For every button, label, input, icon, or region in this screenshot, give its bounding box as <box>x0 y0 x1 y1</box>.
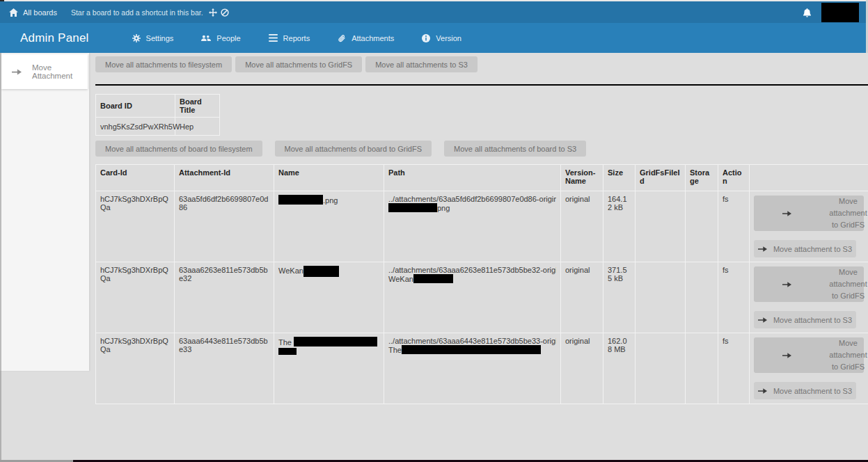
redacted-name <box>294 337 377 346</box>
arrow-right-icon <box>750 352 823 359</box>
board-move-buttons: Move all attachments of board to filesys… <box>95 141 868 157</box>
move-attachment-to-gridfs-button[interactable]: Move attachment to GridFS <box>754 337 864 373</box>
storage-cell <box>686 191 718 262</box>
version-name-cell: original <box>561 333 603 404</box>
col-size: Size <box>603 165 636 191</box>
move-all-to-s3-button[interactable]: Move all attachments to S3 <box>365 56 478 72</box>
board-title-header: Board Title <box>175 95 220 118</box>
redacted-name <box>278 195 323 205</box>
board-info-table: Board ID Board Title vnhg5KsZsdPwXRh5W H… <box>95 94 220 136</box>
menu-label-reports: Reports <box>283 34 310 42</box>
gear-icon <box>132 34 141 42</box>
gridfsfileid-cell <box>636 262 686 333</box>
all-boards-link[interactable]: All boards <box>9 8 57 17</box>
menu-item-attachments[interactable]: Attachments <box>338 34 394 42</box>
move-board-to-s3-button[interactable]: Move all attachments of board to S3 <box>444 141 586 157</box>
move-board-to-gridfs-button[interactable]: Move all attachments of board to GridFS <box>275 141 432 157</box>
col-path: Path <box>384 165 561 191</box>
page-title: Admin Panel <box>20 31 89 45</box>
size-cell: 371.55 kB <box>603 262 636 333</box>
col-action: Action <box>718 165 750 191</box>
menu-item-version[interactable]: Version <box>422 34 461 42</box>
col-attachment-id: Attachment-Id <box>175 165 274 191</box>
menu-item-people[interactable]: People <box>201 34 240 42</box>
ban-icon[interactable] <box>221 8 229 17</box>
arrow-right-icon <box>758 317 767 324</box>
admin-panel-header: Admin Panel Settings <box>0 23 866 53</box>
name-cell: WeKan <box>274 262 384 333</box>
home-icon <box>9 8 18 17</box>
all-boards-label: All boards <box>23 8 57 17</box>
move-attachment-to-s3-button[interactable]: Move attachment to S3 <box>754 382 856 399</box>
col-name: Name <box>274 165 384 191</box>
top-bar: All boards Star a board to add a shortcu… <box>0 1 866 23</box>
path-cell: ../attachments/63aa5fd6df2b6699807e0d86-… <box>384 191 561 262</box>
size-cell: 162.08 MB <box>603 333 636 404</box>
redacted-path <box>402 345 541 354</box>
menu-label-version: Version <box>436 34 461 42</box>
row-buttons-cell: Move attachment to GridFS Move attachmen… <box>750 333 868 404</box>
paperclip-icon <box>338 34 346 42</box>
menu-label-people: People <box>216 34 240 42</box>
card-id-cell: hCJ7kSg3hDXrBpQQa <box>96 191 175 262</box>
redacted-name <box>303 266 339 277</box>
attachments-header-row: Card-Id Attachment-Id Name Path Version-… <box>96 165 868 191</box>
notifications-bell-icon[interactable] <box>803 8 812 17</box>
admin-sidebar: Move Attachment <box>0 53 89 371</box>
admin-menu: Settings People Reports <box>132 34 461 42</box>
board-id-value: vnhg5KsZsdPwXRh5W <box>96 118 175 136</box>
action-cell: fs <box>718 262 750 333</box>
move-attachment-to-s3-button[interactable]: Move attachment to S3 <box>754 311 856 328</box>
redacted-path <box>413 274 453 283</box>
card-id-cell: hCJ7kSg3hDXrBpQQa <box>96 333 175 404</box>
arrow-right-icon <box>750 281 823 288</box>
menu-label-settings: Settings <box>146 34 174 42</box>
arrow-right-icon <box>12 68 22 76</box>
menu-item-settings[interactable]: Settings <box>132 34 174 42</box>
card-id-cell: hCJ7kSg3hDXrBpQQa <box>96 262 175 333</box>
attachment-id-cell: 63aaa6443e811e573db5be33 <box>175 333 274 404</box>
path-cell: ../attachments/63aaa6443e811e573db5be33-… <box>384 333 561 404</box>
version-name-cell: original <box>561 262 603 333</box>
move-all-to-gridfs-button[interactable]: Move all attachments to GridFS <box>235 56 362 72</box>
board-id-header: Board ID <box>96 95 175 118</box>
sidebar-item-move-attachment[interactable]: Move Attachment <box>1 54 88 89</box>
move-all-to-filesystem-button[interactable]: Move all attachments to filesystem <box>95 56 232 72</box>
name-cell: The <box>274 333 384 404</box>
col-card-id: Card-Id <box>96 165 175 191</box>
size-cell: 164.12 kB <box>603 191 636 262</box>
global-move-buttons: Move all attachments to filesystem Move … <box>95 56 868 72</box>
action-cell: fs <box>718 333 750 404</box>
menu-item-reports[interactable]: Reports <box>269 34 310 42</box>
menu-label-attachments: Attachments <box>352 34 394 42</box>
storage-cell <box>686 333 718 404</box>
redacted-path <box>388 203 437 212</box>
arrow-right-icon <box>750 210 823 217</box>
col-storage: Storage <box>686 165 718 191</box>
people-icon <box>201 34 211 42</box>
attachment-id-cell: 63aaa6263e811e573db5be32 <box>175 262 274 333</box>
redacted-name <box>278 348 297 355</box>
sidebar-item-label: Move Attachment <box>32 63 88 80</box>
move-attachment-to-s3-button[interactable]: Move attachment to S3 <box>754 240 856 257</box>
board-row: vnhg5KsZsdPwXRh5W Hep <box>96 118 220 136</box>
board-title-value: Hep <box>175 118 220 136</box>
gridfsfileid-cell <box>636 191 686 262</box>
move-board-to-filesystem-button[interactable]: Move all attachments of board to filesys… <box>95 141 262 157</box>
move-attachment-to-gridfs-button[interactable]: Move attachment to GridFS <box>754 196 864 231</box>
action-cell: fs <box>718 191 750 262</box>
storage-cell <box>686 262 718 333</box>
move-attachment-to-gridfs-button[interactable]: Move attachment to GridFS <box>754 266 864 302</box>
star-board-hint: Star a board to add a shortcut in this b… <box>71 8 203 17</box>
attachment-row: hCJ7kSg3hDXrBpQQa 63aa5fd6df2b6699807e0d… <box>96 191 868 262</box>
version-name-cell: original <box>561 191 603 262</box>
info-icon <box>422 34 430 42</box>
attachment-id-cell: 63aa5fd6df2b6699807e0d86 <box>175 191 274 262</box>
move-icon[interactable] <box>209 8 217 17</box>
col-row-actions <box>750 165 868 191</box>
member-menu-redacted[interactable] <box>821 3 859 22</box>
col-gridfsfileid: GridFsFileId <box>636 165 686 191</box>
arrow-right-icon <box>758 388 767 395</box>
col-version-name: Version-Name <box>561 165 603 191</box>
attachment-row: hCJ7kSg3hDXrBpQQa 63aaa6263e811e573db5be… <box>96 262 868 333</box>
